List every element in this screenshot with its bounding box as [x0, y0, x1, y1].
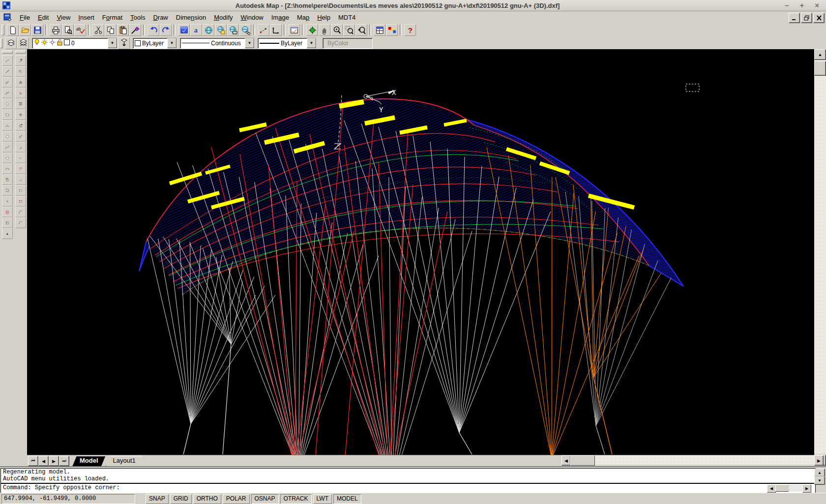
cut-icon[interactable]: [92, 24, 104, 36]
ucs-icon[interactable]: [270, 24, 282, 36]
doc-restore-button[interactable]: [801, 13, 812, 23]
open-icon[interactable]: [19, 24, 31, 36]
wm-close-icon[interactable]: ×: [815, 0, 819, 10]
make-block-icon[interactable]: [2, 185, 13, 196]
linetype-combo[interactable]: Continuous▼: [180, 38, 255, 49]
paste-icon[interactable]: [117, 24, 129, 36]
mirror-icon[interactable]: [15, 77, 26, 88]
menu-file[interactable]: File: [16, 13, 34, 22]
move-icon[interactable]: [15, 109, 26, 120]
tab-model[interactable]: Model: [72, 456, 106, 467]
menu-help[interactable]: Help: [313, 13, 334, 22]
horizontal-scrollbar[interactable]: ◀ ▶: [561, 455, 824, 465]
circle-icon[interactable]: [2, 131, 13, 142]
polyline-icon[interactable]: [2, 88, 13, 98]
globe-link-icon[interactable]: [239, 24, 251, 36]
arc-icon[interactable]: [2, 120, 13, 131]
menu-dimension[interactable]: Dimension: [172, 13, 210, 22]
help-icon[interactable]: ?: [404, 24, 416, 36]
construction-line-icon[interactable]: [2, 66, 13, 77]
toggle-ortho[interactable]: ORTHO: [193, 494, 221, 504]
erase-icon[interactable]: [15, 55, 26, 66]
named-views-icon[interactable]: [288, 24, 300, 36]
command-scroll-left-button[interactable]: ◀: [767, 484, 776, 493]
tab-next-button[interactable]: ▶: [49, 456, 59, 466]
layer-combo[interactable]: 0▼: [32, 38, 118, 49]
wm-maximize-icon[interactable]: +: [799, 0, 804, 10]
lock-open-icon[interactable]: [57, 39, 62, 47]
menu-edit[interactable]: Edit: [34, 13, 53, 22]
menu-modify[interactable]: Modify: [210, 13, 236, 22]
toggle-polar[interactable]: POLAR: [223, 494, 250, 504]
tab-first-button[interactable]: ⏮: [28, 456, 38, 466]
command-window[interactable]: Regenerating model. AutoCAD menu utiliti…: [0, 466, 826, 494]
title-bar[interactable]: Autodesk Map - [Z:\home\pere\Documents\L…: [0, 0, 826, 11]
linetype-combo-arrow[interactable]: ▼: [245, 38, 254, 48]
toolbar-grip[interactable]: [2, 51, 13, 54]
copy-object-icon[interactable]: [15, 66, 26, 77]
trim-icon[interactable]: [15, 163, 26, 174]
extend-icon[interactable]: [15, 174, 26, 185]
command-scroll-up-button[interactable]: ▲: [814, 469, 825, 477]
command-scroll-thumb[interactable]: [775, 484, 789, 492]
layer-combo-arrow[interactable]: ▼: [108, 38, 117, 48]
redo-icon[interactable]: [160, 24, 172, 36]
stretch-icon[interactable]: [15, 142, 26, 152]
insert-block-icon[interactable]: [2, 174, 13, 185]
internet-icon[interactable]: a: [190, 24, 202, 36]
pan-icon[interactable]: [319, 24, 330, 36]
toolbar-grip[interactable]: [0, 38, 3, 48]
ellipse-icon[interactable]: [2, 152, 13, 163]
spline-icon[interactable]: [2, 142, 13, 152]
multiline-icon[interactable]: [2, 77, 13, 88]
toolbar-grip[interactable]: [15, 51, 26, 54]
save-icon[interactable]: [31, 24, 43, 36]
menu-insert[interactable]: Insert: [74, 13, 98, 22]
scroll-left-button[interactable]: ◀: [561, 455, 571, 466]
bulb-on-icon[interactable]: [34, 39, 40, 47]
polygon-icon[interactable]: [2, 98, 13, 109]
ellipse-arc-icon[interactable]: [2, 163, 13, 174]
rectangle-icon[interactable]: [2, 109, 13, 120]
make-object-layer-current-icon[interactable]: [118, 37, 130, 49]
lengthen-icon[interactable]: [15, 152, 26, 163]
vertical-scrollbar[interactable]: ▲ ▼: [814, 49, 826, 466]
scroll-right-button[interactable]: ▶: [814, 455, 824, 466]
tab-last-button[interactable]: ⏭: [59, 456, 69, 466]
properties-icon[interactable]: [374, 24, 385, 36]
color-combo-arrow[interactable]: ▼: [167, 38, 177, 48]
menu-draw[interactable]: Draw: [149, 13, 172, 22]
doc-minimize-button[interactable]: [789, 13, 800, 23]
globe-drive-icon[interactable]: [227, 24, 239, 36]
break-at-point-icon[interactable]: [15, 185, 26, 196]
print-preview-icon[interactable]: [62, 24, 74, 36]
color-combo[interactable]: ByLayer▼: [133, 38, 177, 49]
vertical-scroll-thumb[interactable]: [814, 61, 826, 76]
horizontal-scroll-thumb[interactable]: [570, 455, 595, 466]
new-icon[interactable]: [7, 24, 19, 36]
distance-icon[interactable]: [258, 24, 269, 36]
spelling-icon[interactable]: ab: [74, 24, 86, 36]
command-scroll-down-button[interactable]: ▼: [814, 476, 825, 485]
scale-icon[interactable]: [15, 131, 26, 142]
lineweight-combo[interactable]: ByLayer▼: [258, 38, 317, 49]
toggle-osnap[interactable]: OSNAP: [251, 494, 279, 504]
model-viewport[interactable]: XY: [27, 49, 814, 455]
zoom-window-icon[interactable]: [343, 24, 355, 36]
command-input[interactable]: Command: Specify opposite corner:: [0, 483, 816, 493]
print-icon[interactable]: [50, 24, 61, 36]
toggle-model[interactable]: MODEL: [333, 494, 361, 504]
command-history[interactable]: Regenerating model. AutoCAD menu utiliti…: [0, 468, 816, 483]
rotate-icon[interactable]: [15, 120, 26, 131]
menu-map[interactable]: Map: [293, 13, 313, 22]
toggle-lwt[interactable]: LWT: [313, 494, 332, 504]
map-drawing-icon[interactable]: [178, 24, 190, 36]
globe-save-icon[interactable]: [215, 24, 227, 36]
menu-mdt4[interactable]: MDT4: [334, 13, 359, 22]
hatch-icon[interactable]: [2, 207, 13, 217]
horizontal-scroll-track[interactable]: [570, 455, 814, 465]
layer-states-icon[interactable]: [17, 37, 29, 49]
toggle-otrack[interactable]: OTRACK: [280, 494, 312, 504]
toggle-snap[interactable]: SNAP: [146, 494, 169, 504]
chamfer-icon[interactable]: [15, 207, 26, 217]
